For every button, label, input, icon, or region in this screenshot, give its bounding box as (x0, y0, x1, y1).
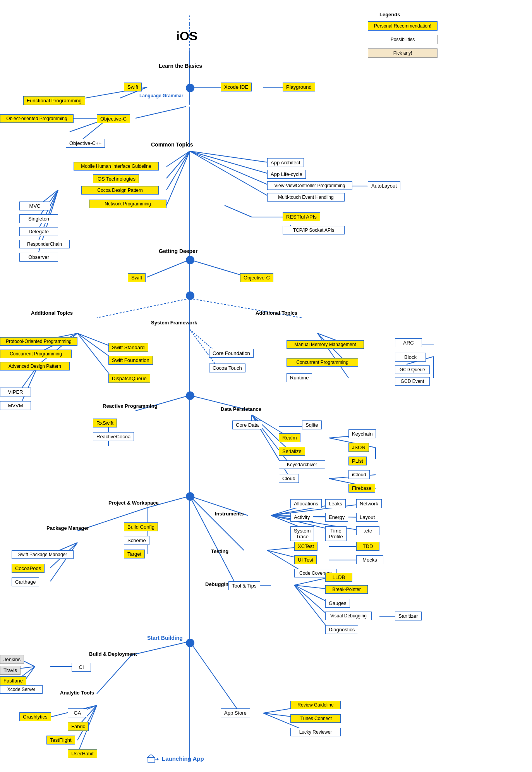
node-tool-tips[interactable]: Tool & Tips (228, 581, 260, 590)
node-mvc[interactable]: MVC (19, 202, 50, 210)
circle-project (186, 492, 194, 501)
node-objc[interactable]: Objective-C (97, 114, 130, 123)
node-tdd[interactable]: TDD (356, 542, 379, 551)
node-core-data[interactable]: Core Data (232, 420, 262, 429)
node-mobile-hig[interactable]: Mobile Human Interface Guideline (74, 162, 159, 171)
node-swift-standard[interactable]: Swift Standard (108, 343, 148, 352)
node-dispatch-queue[interactable]: DispatchQueue (108, 374, 150, 383)
node-leaks[interactable]: Leaks (325, 499, 346, 508)
node-runtime[interactable]: Runtime (287, 373, 312, 382)
node-crashlytics[interactable]: Crashlytics (19, 712, 51, 721)
node-ga[interactable]: GA (68, 708, 87, 717)
node-jenkins[interactable]: Jenkins (0, 655, 24, 664)
node-cocoa-touch[interactable]: Cocoa Touch (209, 364, 245, 372)
node-swift2[interactable]: Swift (128, 273, 146, 282)
node-plist[interactable]: PList (348, 457, 367, 465)
node-mocks[interactable]: Mocks (356, 555, 383, 564)
node-swift-foundation[interactable]: Swift Foundation (108, 356, 153, 365)
svg-line-33 (190, 260, 248, 277)
node-xcode-ide[interactable]: Xcode IDE (221, 83, 252, 91)
node-observer[interactable]: Observer (19, 253, 58, 262)
node-lldb[interactable]: LLDB (325, 573, 352, 582)
node-singleton[interactable]: Singleton (19, 214, 58, 223)
node-sqlite[interactable]: Sqlite (302, 420, 322, 429)
node-concurrent-prog2[interactable]: Concurrent Programming (287, 358, 358, 367)
node-multitouch[interactable]: Multi-touch Event Handling (267, 193, 345, 202)
node-rxswift[interactable]: RxSwift (93, 419, 117, 427)
node-gauges[interactable]: Gauges (325, 599, 350, 608)
node-app-architect[interactable]: App Architect (267, 158, 304, 167)
node-gcd-queue[interactable]: GCD Queue (395, 365, 430, 374)
circle-getting-deeper (186, 256, 194, 264)
node-realm[interactable]: Realm (279, 433, 300, 442)
node-json[interactable]: JSON (348, 443, 369, 452)
node-itunes-connect[interactable]: iTunes Connect (290, 714, 341, 723)
node-oop[interactable]: Object-oriented Programming (0, 114, 74, 123)
node-swift[interactable]: Swift (124, 83, 142, 91)
node-target[interactable]: Target (124, 550, 145, 558)
node-arc[interactable]: ARC (395, 338, 422, 347)
node-view-vc[interactable]: View-ViewController Programming (267, 181, 352, 190)
node-travis[interactable]: Travis (0, 666, 21, 675)
node-xctest[interactable]: XCTest (294, 542, 317, 551)
node-network[interactable]: Network (356, 499, 382, 508)
node-review-guideline[interactable]: Review Guideline (290, 701, 341, 709)
node-cocoa-design[interactable]: Cocoa Design Pattern (81, 186, 159, 195)
node-time-profile[interactable]: Time Profile (325, 526, 347, 541)
node-scheme[interactable]: Scheme (124, 536, 149, 545)
node-xcode-server[interactable]: Xcode Server (0, 685, 43, 694)
node-serialize[interactable]: Serialize (279, 447, 305, 456)
node-carthage[interactable]: Carthage (12, 577, 39, 586)
node-block[interactable]: Block (395, 353, 426, 362)
node-ios-tech[interactable]: iOS Technologies (93, 174, 139, 183)
node-ui-test[interactable]: UI Test (294, 555, 317, 564)
node-cocoapods[interactable]: CocoaPods (12, 564, 45, 573)
node-swift-pkg[interactable]: Swift Package Manager (12, 550, 74, 559)
node-reactive-cocoa[interactable]: ReactiveCocoa (93, 432, 134, 441)
node-keyed-archiver[interactable]: KeyedArchiver (279, 460, 325, 469)
node-icloud[interactable]: iCloud (348, 470, 370, 479)
node-fabric[interactable]: Fabric (68, 722, 89, 731)
node-build-config[interactable]: Build Config (124, 522, 158, 531)
node-etc[interactable]: .etc (356, 526, 379, 535)
node-objcpp[interactable]: Objective-C++ (66, 139, 105, 148)
node-app-store[interactable]: App Store (221, 708, 250, 717)
node-proto-oriented[interactable]: Protocol-Oriented Programming (0, 337, 77, 346)
node-autolayout[interactable]: AutoLayout (368, 181, 400, 190)
node-layout[interactable]: Layout (356, 513, 378, 522)
node-mvvm[interactable]: MVVM (0, 401, 31, 410)
node-tcp[interactable]: TCP/IP Socket APIs (283, 226, 345, 234)
node-lucky-reviewer[interactable]: Lucky Reviewer (290, 728, 341, 736)
node-playground[interactable]: Playground (283, 83, 315, 91)
node-cloud[interactable]: Cloud (279, 474, 299, 483)
node-fastlane[interactable]: Fastlane (0, 676, 26, 685)
node-launching-app: Launching App (147, 754, 204, 763)
node-keychain[interactable]: Keychain (348, 429, 376, 438)
node-sanitizer[interactable]: Sanitizer (395, 612, 422, 620)
svg-line-54 (19, 364, 39, 407)
node-viper[interactable]: VIPER (0, 388, 31, 396)
node-firebase[interactable]: Firebase (348, 484, 375, 493)
node-userhabit[interactable]: UserHabit (68, 749, 97, 758)
node-ci[interactable]: CI (72, 663, 91, 672)
node-manual-memory[interactable]: Manual Memory Management (287, 340, 364, 349)
node-energy[interactable]: Energy (325, 513, 348, 522)
node-break-pointer[interactable]: Break-Pointer (325, 585, 368, 594)
node-testflight[interactable]: TestFlight (46, 736, 75, 744)
node-system-trace[interactable]: System Trace (290, 526, 314, 541)
node-restful[interactable]: RESTful APIs (283, 212, 320, 221)
node-core-foundation[interactable]: Core Foundation (209, 349, 254, 358)
node-activity[interactable]: Activity (290, 513, 313, 522)
node-diagnostics[interactable]: Diagnostics (325, 625, 358, 634)
node-gcd-event[interactable]: GCD Event (395, 377, 430, 386)
node-network-prog[interactable]: Network Programming (89, 200, 166, 208)
node-functional[interactable]: Functional Programming (23, 96, 85, 105)
node-alloc[interactable]: Allocations (290, 499, 322, 508)
node-delegate[interactable]: Delegate (19, 227, 58, 236)
node-responder[interactable]: ResponderChain (19, 240, 70, 248)
node-concurrent-prog[interactable]: Concurrent Programming (0, 350, 72, 358)
node-objc2[interactable]: Objective-C (240, 273, 273, 282)
node-visual-debug[interactable]: Visual Debugging (325, 612, 372, 620)
node-app-lifecycle[interactable]: App Life-cycle (267, 170, 306, 179)
node-adv-design[interactable]: Advanced Design Pattern (0, 362, 70, 370)
